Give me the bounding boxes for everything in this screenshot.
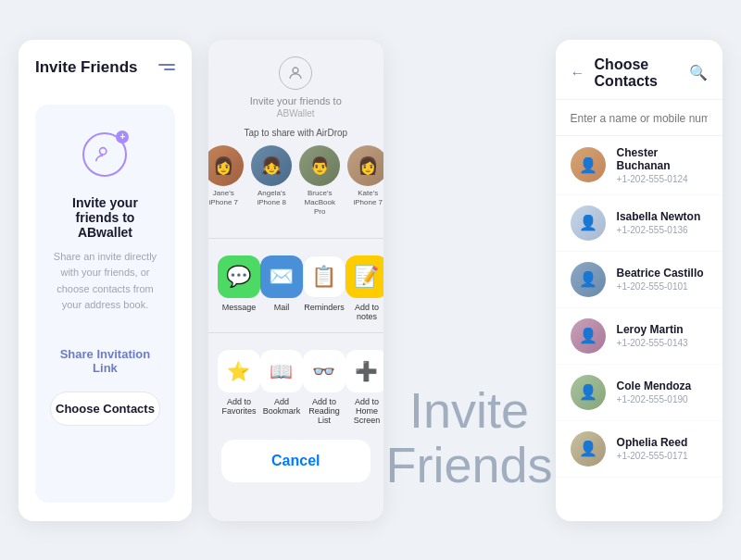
big-invite-text: Invite Friends [386, 383, 553, 493]
airdrop-avatar-img-2: 👧 [251, 145, 292, 186]
airdrop-name-3: Bruce's MacBook Pro [299, 189, 340, 218]
contact-name-5: Cole Mendoza [617, 380, 708, 392]
panel-invite-friends: Invite Friends + Invite your friends to … [19, 40, 192, 521]
action-favorites[interactable]: ⭐ Add to Favorites [218, 350, 260, 425]
panel3-title: Choose Contacts [595, 56, 680, 90]
share-app-mail[interactable]: ✉️ Mail [260, 255, 303, 321]
menu-icon[interactable] [158, 64, 175, 70]
contact-info-5: Cole Mendoza +1-202-555-0190 [617, 380, 708, 404]
svg-point-0 [100, 147, 107, 154]
contact-avatar-5: 👤 [571, 375, 606, 410]
contact-item-3[interactable]: 👤 Beatrice Castillo +1-202-555-0101 [556, 252, 722, 308]
share-sheet-top: Invite your friends to ABWallet Tap to s… [208, 40, 383, 230]
contact-info-6: Ophelia Reed +1-202-555-0171 [617, 436, 708, 461]
invite-line2: Friends [386, 438, 553, 492]
airdrop-contact-2[interactable]: 👧 Angela's iPhone 8 [251, 145, 292, 218]
message-app-icon: 💬 [218, 255, 260, 298]
message-app-label: Message [222, 303, 257, 312]
airdrop-contact-1[interactable]: 👩 Jane's iPhone 7 [208, 145, 244, 218]
mail-app-icon: ✉️ [260, 255, 303, 298]
contact-item-6[interactable]: 👤 Ophelia Reed +1-202-555-0171 [556, 421, 722, 478]
favorites-icon: ⭐ [218, 350, 260, 392]
share-app-message[interactable]: 💬 Message [218, 255, 260, 321]
share-apps-row: 💬 Message ✉️ Mail 📋 Reminders 📝 Add to n… [208, 246, 383, 325]
contact-avatar-4: 👤 [571, 318, 606, 354]
panel1-header: Invite Friends [35, 58, 175, 77]
contact-name-4: Leroy Martin [617, 323, 708, 336]
airdrop-avatar-img-4: 👩 [347, 145, 383, 186]
contact-phone-1: +1-202-555-0124 [617, 174, 708, 184]
notes-app-icon: 📝 [345, 255, 383, 298]
contact-item-2[interactable]: 👤 Isabella Newton +1-202-555-0136 [556, 195, 722, 252]
share-actions-row: ⭐ Add to Favorites 📖 Add Bookmark 👓 Add … [208, 341, 383, 429]
share-app-reminders[interactable]: 📋 Reminders [303, 255, 345, 321]
share-text-sub: ABWallet [277, 108, 315, 118]
action-home-screen[interactable]: ➕ Add to Home Screen [345, 350, 383, 425]
airdrop-name-2: Angela's iPhone 8 [251, 189, 292, 208]
contact-phone-5: +1-202-555-0190 [617, 394, 708, 404]
panel1-content: + Invite your friends to ABwallet Share … [35, 105, 175, 503]
contact-phone-3: +1-202-555-0101 [617, 281, 708, 292]
contact-info-2: Isabella Newton +1-202-555-0136 [617, 210, 708, 235]
add-person-icon: + [82, 132, 127, 177]
airdrop-avatar-img-3: 👨 [299, 145, 340, 186]
panel1-title: Invite Friends [35, 58, 138, 77]
airdrop-avatars: 👩 Jane's iPhone 7 👧 Angela's iPhone 8 👨 … [208, 145, 383, 218]
bookmark-label: Add Bookmark [260, 397, 303, 416]
reading-list-label: Add to Reading List [303, 397, 345, 425]
home-screen-label: Add to Home Screen [345, 397, 383, 425]
back-button[interactable]: ← [571, 65, 585, 81]
plus-badge: + [116, 131, 129, 143]
airdrop-name-4: Kate's iPhone 7 [347, 189, 383, 208]
panel-choose-contacts: ← Choose Contacts 🔍 👤 Chester Buchanan +… [556, 40, 722, 521]
airdrop-contact-4[interactable]: 👩 Kate's iPhone 7 [347, 145, 383, 218]
reminders-app-label: Reminders [304, 303, 345, 312]
divider-1 [208, 238, 383, 239]
contact-item-5[interactable]: 👤 Cole Mendoza +1-202-555-0190 [556, 365, 722, 421]
share-app-notes[interactable]: 📝 Add to notes [345, 255, 383, 321]
contact-item-1[interactable]: 👤 Chester Buchanan +1-202-555-0124 [556, 136, 722, 195]
contact-avatar-1: 👤 [571, 147, 606, 182]
contact-avatar-6: 👤 [571, 431, 606, 467]
contact-name-2: Isabella Newton [617, 210, 708, 223]
contact-phone-6: +1-202-555-0171 [617, 451, 708, 461]
contact-info-1: Chester Buchanan +1-202-555-0124 [617, 146, 708, 184]
notes-app-label: Add to notes [345, 303, 383, 321]
bookmark-icon: 📖 [260, 350, 303, 392]
contact-phone-4: +1-202-555-0143 [617, 338, 708, 348]
search-bar[interactable] [556, 100, 722, 136]
share-invitation-link-button[interactable]: Share Invitation Link [50, 340, 160, 382]
panel-share-sheet: Invite your friends to ABWallet Tap to s… [208, 40, 383, 521]
contact-item-4[interactable]: 👤 Leroy Martin +1-202-555-0143 [556, 308, 722, 365]
contact-info-3: Beatrice Castillo +1-202-555-0101 [617, 267, 708, 292]
home-screen-icon: ➕ [345, 350, 383, 392]
airdrop-avatar-img-1: 👩 [208, 145, 244, 186]
contact-phone-2: +1-202-555-0136 [617, 225, 708, 235]
search-icon[interactable]: 🔍 [689, 64, 708, 81]
mail-app-label: Mail [274, 303, 290, 312]
choose-contacts-button[interactable]: Choose Contacts [50, 392, 160, 426]
contact-name-1: Chester Buchanan [617, 146, 708, 172]
invite-line1: Invite [386, 383, 553, 438]
airdrop-name-1: Jane's iPhone 7 [208, 189, 244, 208]
search-input[interactable] [571, 112, 708, 125]
airdrop-contact-3[interactable]: 👨 Bruce's MacBook Pro [299, 145, 340, 218]
reminders-app-icon: 📋 [303, 255, 345, 298]
contact-name-3: Beatrice Castillo [617, 267, 708, 280]
contact-info-4: Leroy Martin +1-202-555-0143 [617, 323, 708, 348]
divider-2 [208, 332, 383, 333]
contact-list: 👤 Chester Buchanan +1-202-555-0124 👤 Isa… [556, 136, 722, 521]
invite-friends-title: Invite your friends to ABwallet [50, 195, 160, 240]
contact-avatar-2: 👤 [571, 205, 606, 241]
favorites-label: Add to Favorites [218, 397, 260, 416]
cancel-button[interactable]: Cancel [221, 440, 370, 482]
airdrop-label: Tap to share with AirDrop [244, 128, 347, 138]
action-bookmark[interactable]: 📖 Add Bookmark [260, 350, 303, 425]
reading-list-icon: 👓 [303, 350, 345, 392]
share-person-icon [279, 56, 312, 90]
center-text-area: Invite Friends [400, 40, 539, 521]
contact-avatar-3: 👤 [571, 262, 606, 297]
panel3-header: ← Choose Contacts 🔍 [556, 40, 722, 100]
action-reading-list[interactable]: 👓 Add to Reading List [303, 350, 345, 425]
svg-point-1 [293, 68, 298, 73]
